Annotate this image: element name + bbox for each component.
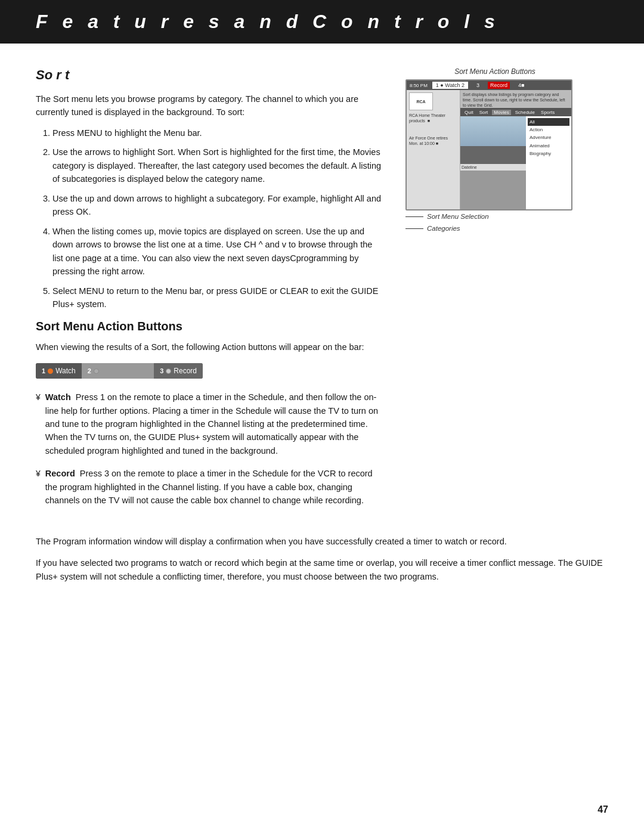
bottom-para-1: The Program information window will disp… — [36, 535, 608, 548]
sidebar-annotations: Sort Menu Selection Categories — [405, 213, 584, 232]
bottom-section: The Program information window will disp… — [0, 523, 644, 583]
cat-all: All — [528, 118, 569, 126]
sort-menu-selection-label: Sort Menu Selection — [427, 213, 489, 220]
tv-prog-name: Air Force One retiresMon. at 10:00 ■ — [409, 135, 457, 146]
tv-description: Sort displays show listings by program c… — [460, 90, 571, 108]
watch-button[interactable]: 1 Watch — [36, 363, 82, 379]
action-bar: 1 Watch 2 3 Record — [36, 363, 203, 379]
page-header: F e a t u r e s a n d C o n t r o l s — [0, 0, 644, 44]
sidebar-label: Sort Menu Action Buttons — [405, 67, 584, 76]
sort-menu-selection-annotation: Sort Menu Selection — [405, 213, 584, 220]
sort-step-4: When the listing comes up, movie topics … — [52, 225, 382, 278]
cat-biography: Biography — [528, 150, 569, 157]
sort-intro: The Sort menu lets you browse programs b… — [36, 92, 382, 119]
action-buttons-intro: When viewing the results of a Sort, the … — [36, 340, 382, 354]
tv-logo: RCA — [409, 92, 433, 110]
sort-title: So r t — [36, 67, 382, 83]
cat-adventure: Adventure — [528, 134, 569, 141]
categories-annotation: Categories — [405, 225, 584, 232]
record-description: Press 3 on the remote to place a timer i… — [45, 469, 373, 505]
record-item: ¥ Record Press 3 on the remote to place … — [36, 467, 382, 507]
record-label: Record — [174, 367, 197, 375]
action-buttons-title: Sort Menu Action Buttons — [36, 320, 382, 333]
watch-label: Watch — [55, 367, 76, 375]
tv-left-panel: RCA RCA Home Theaterproducts ■ Air Force… — [407, 90, 460, 209]
tv-categories-panel: All Action Adventure Animated Biography — [526, 116, 571, 210]
main-text-column: So r t The Sort menu lets you browse pro… — [36, 67, 382, 517]
watch-item: ¥ Watch Press 1 on the remote to place a… — [36, 391, 382, 457]
tv-prog-info: Dateline — [460, 164, 526, 171]
cat-animated: Animated — [528, 142, 569, 150]
page-number: 47 — [597, 804, 608, 815]
action-buttons-section: Sort Menu Action Buttons When viewing th… — [36, 320, 382, 507]
tv-main-panel: Sort displays show listings by program c… — [460, 90, 571, 209]
watch-description: Press 1 on the remote to place a timer i… — [45, 392, 378, 456]
bottom-para-2: If you have selected two programs to wat… — [36, 556, 608, 583]
sort-step-2: Use the arrows to highlight Sort. When S… — [52, 145, 382, 185]
sort-step-5: Select MENU to return to the Menu bar, o… — [52, 284, 382, 311]
watch-term: Watch — [45, 392, 71, 402]
record-term: Record — [45, 469, 75, 478]
btn2-dot — [94, 368, 99, 374]
tv-body: Dateline All Action Adventure Animated B… — [460, 116, 571, 210]
sort-section: So r t The Sort menu lets you browse pro… — [36, 67, 382, 311]
record-dot — [166, 368, 171, 374]
sort-step-3: Use the up and down arrows to highlight … — [52, 192, 382, 219]
tv-content: RCA RCA Home Theaterproducts ■ Air Force… — [407, 90, 571, 209]
tv-image-land — [460, 146, 526, 164]
main-content: So r t The Sort menu lets you browse pro… — [0, 67, 644, 517]
tv-image-sky — [460, 116, 526, 146]
watch-dot — [48, 368, 53, 374]
record-button[interactable]: 3 Record — [154, 363, 203, 379]
sort-step-1: Press MENU to highlight the Menu bar. — [52, 126, 382, 140]
cat-action: Action — [528, 126, 569, 134]
page-title: F e a t u r e s a n d C o n t r o l s — [36, 11, 608, 33]
tv-product-text: RCA Home Theaterproducts ■ — [409, 113, 457, 123]
tv-menu-bar: Quit Sort Movies Schedule Sports — [460, 108, 571, 116]
sidebar: Sort Menu Action Buttons 8:50 PM 1 ● Wat… — [405, 67, 584, 517]
tv-image-area: Dateline — [460, 116, 526, 210]
categories-label: Categories — [427, 225, 460, 232]
tv-screen: 8:50 PM 1 ● Watch 2 3 Record 4■ RCA RCA … — [405, 79, 572, 210]
sort-steps-list: Press MENU to highlight the Menu bar. Us… — [52, 126, 382, 311]
action-items-list: ¥ Watch Press 1 on the remote to place a… — [36, 391, 382, 507]
tv-top-bar: 8:50 PM 1 ● Watch 2 3 Record 4■ — [407, 80, 571, 90]
action-btn-2[interactable]: 2 — [82, 363, 154, 379]
